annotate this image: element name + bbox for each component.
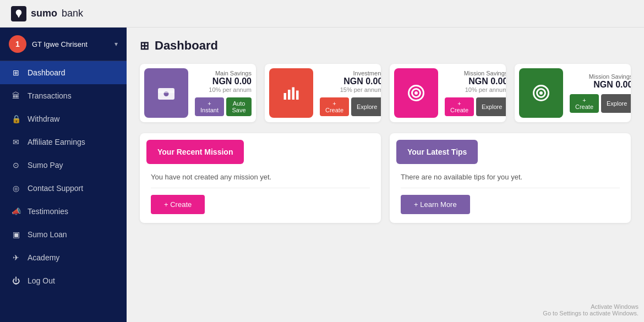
learn-more-button[interactable]: + Learn More	[401, 195, 470, 214]
panel-divider	[151, 188, 370, 188]
nav-list: ⊞ Dashboard 🏛 Transactions 🔒 Withdraw ✉ …	[0, 61, 127, 322]
card-rate: 10% per annum	[195, 86, 252, 93]
card-investment: Investment NGN 0.00 15% per annum + Crea…	[265, 64, 381, 122]
create-button[interactable]: + Create	[445, 97, 474, 116]
topbar: sumobank	[0, 0, 644, 28]
logo-sumo: sumo	[31, 8, 57, 19]
loan-icon: ▣	[11, 230, 21, 239]
sidebar-item-affiliate-earnings[interactable]: ✉ Affiliate Earnings	[0, 130, 127, 154]
panel-header-latest-tips: Your Latest Tips	[396, 140, 478, 164]
panel-action: + Learn More	[401, 195, 620, 214]
card-icon-investment	[269, 68, 313, 118]
panel-action: + Create	[151, 195, 370, 214]
sidebar-item-withdraw[interactable]: 🔒 Withdraw	[0, 107, 127, 130]
card-amount: NGN 0.00	[445, 77, 506, 86]
panel-latest-tips: Your Latest Tips There are no available …	[390, 133, 631, 223]
svg-point-12	[539, 91, 543, 95]
panel-body-latest-tips: There are no available tips for you yet.…	[390, 164, 631, 223]
dashboard-title-icon: ⊞	[140, 39, 149, 52]
card-rate: 15% per annum	[320, 86, 381, 93]
sidebar-item-label: Academy	[28, 253, 59, 262]
explore-button[interactable]: Explore	[351, 97, 381, 116]
sumopay-icon: ⊙	[11, 161, 21, 170]
sidebar-item-logout[interactable]: ⏻ Log Out	[0, 269, 127, 292]
sidebar-item-dashboard[interactable]: ⊞ Dashboard	[0, 61, 127, 84]
user-name: GT Igwe Chrisent	[32, 40, 109, 48]
user-section[interactable]: 1 GT Igwe Chrisent ▾	[0, 28, 127, 61]
sidebar-item-label: Transactions	[28, 91, 72, 100]
panel-body-recent-mission: You have not created any mission yet. + …	[140, 164, 381, 223]
sidebar-item-sumo-pay[interactable]: ⊙ Sumo Pay	[0, 154, 127, 177]
instant-button[interactable]: + Instant	[195, 97, 224, 116]
sidebar-item-label: Withdraw	[28, 114, 59, 123]
card-label: Investment	[320, 70, 381, 77]
svg-rect-2	[158, 91, 174, 94]
logo-bank: bank	[62, 8, 83, 19]
page-title: ⊞ Dashboard	[140, 39, 631, 53]
logout-icon: ⏻	[11, 276, 21, 285]
explore-button[interactable]: Explore	[476, 97, 506, 116]
academy-icon: ✈	[11, 253, 21, 262]
dashboard-icon: ⊞	[11, 68, 21, 77]
card-label: Mission Savings	[570, 73, 631, 80]
sidebar-item-label: Dashboard	[28, 68, 66, 77]
panel-header-recent-mission: Your Recent Mission	[146, 140, 244, 164]
card-label: Main Savings	[195, 70, 252, 77]
svg-rect-5	[292, 88, 295, 100]
card-label: Mission Savings	[445, 70, 506, 77]
sidebar-item-label: Affiliate Earnings	[28, 138, 85, 146]
card-icon-main-savings	[144, 68, 188, 118]
cards-row: Main Savings NGN 0.00 10% per annum + In…	[140, 64, 631, 122]
sidebar: 1 GT Igwe Chrisent ▾ ⊞ Dashboard 🏛 Trans…	[0, 28, 127, 322]
card-actions: + Instant Auto Save	[195, 97, 252, 116]
transactions-icon: 🏛	[11, 91, 21, 100]
withdraw-icon: 🔒	[11, 114, 21, 123]
card-mission-savings-pink: Mission Savings NGN 0.00 10% per annum +…	[390, 64, 506, 122]
sidebar-item-label: Sumo Loan	[28, 230, 67, 239]
card-amount: NGN 0.00	[320, 77, 381, 86]
sidebar-item-label: Sumo Pay	[28, 161, 63, 170]
testimonies-icon: 📣	[11, 207, 21, 216]
sidebar-item-label: Testimonies	[28, 207, 68, 216]
create-button[interactable]: + Create	[570, 94, 599, 113]
card-info-investment: Investment NGN 0.00 15% per annum + Crea…	[318, 66, 381, 121]
svg-rect-3	[284, 93, 287, 100]
panel-recent-mission: Your Recent Mission You have not created…	[140, 133, 381, 223]
bottom-row: Your Recent Mission You have not created…	[140, 133, 631, 223]
chevron-down-icon: ▾	[114, 40, 118, 48]
avatar: 1	[9, 35, 26, 53]
sidebar-item-transactions[interactable]: 🏛 Transactions	[0, 84, 127, 107]
card-icon-mission-pink	[394, 68, 438, 118]
sidebar-item-academy[interactable]: ✈ Academy	[0, 246, 127, 269]
sidebar-item-sumo-loan[interactable]: ▣ Sumo Loan	[0, 223, 127, 246]
sidebar-item-contact-support[interactable]: ◎ Contact Support	[0, 177, 127, 200]
svg-rect-4	[288, 90, 291, 100]
card-actions: + Create Explore	[320, 97, 381, 116]
card-amount: NGN 0.00	[570, 80, 631, 90]
card-actions: + Create Explore	[445, 97, 506, 116]
page-title-text: Dashboard	[155, 39, 218, 53]
card-main-savings: Main Savings NGN 0.00 10% per annum + In…	[140, 64, 256, 122]
logo: sumobank	[11, 6, 83, 21]
support-icon: ◎	[11, 184, 21, 193]
create-button[interactable]: + Create	[320, 97, 349, 116]
card-icon-mission-green	[519, 68, 563, 118]
explore-button[interactable]: Explore	[601, 94, 631, 113]
panel-divider	[401, 188, 620, 188]
card-info-mission-pink: Mission Savings NGN 0.00 10% per annum +…	[443, 66, 506, 121]
card-info-mission-green: Mission Savings NGN 0.00 + Create Explor…	[567, 69, 631, 117]
affiliate-icon: ✉	[11, 138, 21, 146]
card-actions: + Create Explore	[570, 94, 631, 113]
card-amount: NGN 0.00	[195, 77, 252, 86]
main-content: ⊞ Dashboard Main Savings NGN 0.00 10% pe…	[127, 28, 644, 322]
logo-icon	[11, 6, 26, 21]
panel-create-button[interactable]: + Create	[151, 195, 205, 214]
svg-point-9	[414, 91, 418, 95]
card-mission-savings-green: Mission Savings NGN 0.00 + Create Explor…	[515, 64, 631, 122]
card-info-main-savings: Main Savings NGN 0.00 10% per annum + In…	[193, 66, 256, 121]
sidebar-item-label: Log Out	[28, 276, 55, 285]
card-rate: 10% per annum	[445, 86, 506, 93]
sidebar-item-testimonies[interactable]: 📣 Testimonies	[0, 200, 127, 223]
autosave-button[interactable]: Auto Save	[226, 97, 252, 116]
panel-body-text: There are no available tips for you yet.	[401, 173, 620, 181]
